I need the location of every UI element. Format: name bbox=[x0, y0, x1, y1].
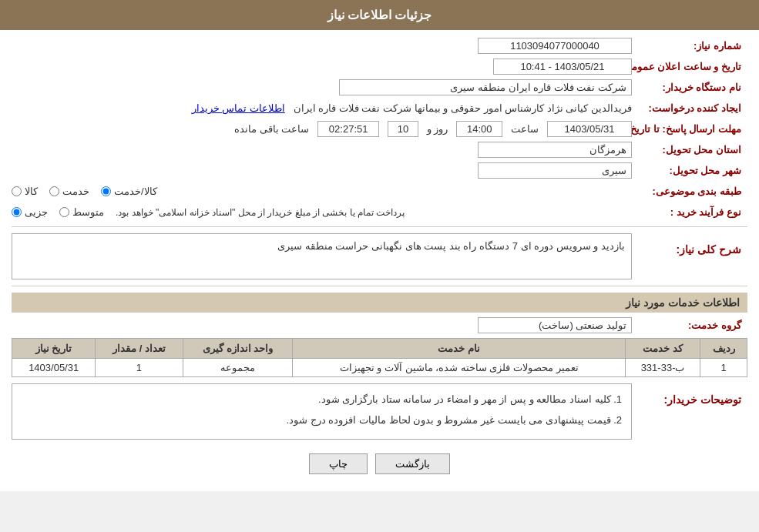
buyer-dept-row: نام دستگاه خریدار: شرکت نفت فلات قاره ای… bbox=[12, 79, 747, 95]
description-row: شرح کلی نیاز: بازدید و سرویس دوره ای 7 د… bbox=[12, 233, 747, 279]
service-group-label: گروه خدمت: bbox=[632, 317, 747, 333]
col-header-service-code: کد خدمت bbox=[625, 339, 700, 359]
services-table-body: 1 ب-33-331 تعمیر محصولات فلزی ساخته شده،… bbox=[12, 359, 747, 377]
description-value: بازدید و سرویس دوره ای 7 دستگاه راه بند … bbox=[12, 233, 632, 279]
purchase-type-row: نوع فرآیند خرید : پرداخت تمام یا بخشی از… bbox=[12, 204, 747, 220]
category-kala-khedmat-radio[interactable] bbox=[101, 186, 111, 196]
category-value: کالا/خدمت خدمت کالا bbox=[12, 186, 632, 197]
print-button[interactable]: چاپ bbox=[309, 453, 368, 474]
category-kala-khedmat-item[interactable]: کالا/خدمت bbox=[101, 186, 157, 197]
niaaz-number-value: 1103094077000040 bbox=[12, 38, 632, 54]
table-row: 1 ب-33-331 تعمیر محصولات فلزی ساخته شده،… bbox=[12, 359, 747, 377]
col-header-quantity: تعداد / مقدار bbox=[96, 339, 183, 359]
announce-row: تاریخ و ساعت اعلان عمومی: 1403/05/21 - 1… bbox=[12, 59, 747, 75]
buyer-dept-label: نام دستگاه خریدار: bbox=[632, 79, 747, 95]
button-row: بازگشت چاپ bbox=[12, 444, 747, 483]
buyer-notes-value: 1. کلیه اسناد مطالعه و پس از مهر و امضاء… bbox=[12, 383, 632, 440]
deadline-time: 14:00 bbox=[456, 121, 502, 137]
buyer-notes-row: توضیحات خریدار: 1. کلیه اسناد مطالعه و پ… bbox=[12, 383, 747, 440]
category-kala-radio[interactable] bbox=[12, 186, 22, 196]
province-input: هرمزگان bbox=[478, 142, 632, 158]
back-button[interactable]: بازگشت bbox=[375, 453, 450, 474]
city-value: سیری bbox=[12, 162, 632, 179]
creator-row: ایجاد کننده درخواست: فریدالدین کیانی نژا… bbox=[12, 100, 747, 116]
remaining-label: ساعت باقی مانده bbox=[234, 123, 309, 135]
services-table-header-row: ردیف کد خدمت نام خدمت واحد اندازه گیری ت… bbox=[12, 339, 747, 359]
deadline-label: مهلت ارسال پاسخ: تا تاریخ: bbox=[632, 121, 747, 137]
city-row: شهر محل تحویل: سیری bbox=[12, 162, 747, 179]
deadline-day: 10 bbox=[388, 121, 418, 137]
creator-name: فریدالدین کیانی نژاد کارشناس امور حقوقی … bbox=[294, 102, 632, 114]
niaaz-number-input: 1103094077000040 bbox=[478, 38, 632, 54]
announce-value: 1403/05/21 - 10:41 bbox=[12, 59, 632, 75]
cell-quantity: 1 bbox=[96, 359, 183, 377]
purchase-motavasset-label: متوسط bbox=[72, 206, 104, 218]
city-label: شهر محل تحویل: bbox=[632, 162, 747, 179]
content-area: شماره نیاز: 1103094077000040 تاریخ و ساع… bbox=[0, 30, 759, 491]
services-section-title: اطلاعات خدمات مورد نیاز bbox=[12, 293, 747, 313]
category-row: طبقه بندی موضوعی: کالا/خدمت خدمت کالا bbox=[12, 183, 747, 199]
deadline-remaining: 02:27:51 bbox=[317, 121, 379, 137]
divider-2 bbox=[12, 286, 747, 286]
province-row: استان محل تحویل: هرمزگان bbox=[12, 142, 747, 158]
cell-date: 1403/05/31 bbox=[12, 359, 96, 377]
niaaz-number-row: شماره نیاز: 1103094077000040 bbox=[12, 38, 747, 54]
col-header-row-num: ردیف bbox=[700, 339, 747, 359]
cell-row-num: 1 bbox=[700, 359, 747, 377]
description-label: شرح کلی نیاز: bbox=[632, 239, 747, 258]
cell-service-code: ب-33-331 bbox=[625, 359, 700, 377]
category-khedmat-item[interactable]: خدمت bbox=[49, 186, 89, 197]
category-radio-group: کالا/خدمت خدمت کالا bbox=[12, 186, 632, 197]
page-header: جزئیات اطلاعات نیاز bbox=[0, 0, 759, 30]
description-box: بازدید و سرویس دوره ای 7 دستگاه راه بند … bbox=[12, 233, 632, 279]
purchase-jozei-label: جزیی bbox=[25, 206, 48, 218]
services-table: ردیف کد خدمت نام خدمت واحد اندازه گیری ت… bbox=[12, 338, 747, 377]
cell-service-name: تعمیر محصولات فلزی ساخته شده، ماشین آلات… bbox=[293, 359, 625, 377]
day-label: روز و bbox=[427, 123, 448, 135]
deadline-value: 1403/05/31 ساعت 14:00 روز و 10 02:27:51 … bbox=[12, 121, 632, 137]
page-wrapper: جزئیات اطلاعات نیاز شماره نیاز: 11030940… bbox=[0, 0, 759, 491]
buyer-note-item: 1. کلیه اسناد مطالعه و پس از مهر و امضاء… bbox=[22, 390, 622, 408]
category-kala-label: کالا bbox=[25, 186, 38, 197]
service-group-input: تولید صنعتی (ساخت) bbox=[478, 317, 632, 333]
buyer-dept-input: شرکت نفت فلات قاره ایران منطقه سیری bbox=[339, 79, 632, 95]
announce-label: تاریخ و ساعت اعلان عمومی: bbox=[632, 59, 747, 75]
niaaz-number-label: شماره نیاز: bbox=[632, 38, 747, 54]
purchase-type-value: پرداخت تمام یا بخشی از مبلغ خریدار از مح… bbox=[12, 206, 632, 218]
deadline-date: 1403/05/31 bbox=[547, 121, 632, 137]
buyer-dept-value: شرکت نفت فلات قاره ایران منطقه سیری bbox=[12, 79, 632, 95]
city-input: سیری bbox=[478, 162, 632, 179]
services-table-header: ردیف کد خدمت نام خدمت واحد اندازه گیری ت… bbox=[12, 339, 747, 359]
category-khedmat-label: خدمت bbox=[62, 186, 89, 197]
buyer-notes-label: توضیحات خریدار: bbox=[632, 390, 747, 408]
col-header-service-name: نام خدمت bbox=[293, 339, 625, 359]
purchase-jozei-radio[interactable] bbox=[12, 207, 22, 217]
category-kala-khedmat-label: کالا/خدمت bbox=[114, 186, 157, 197]
deadline-row: مهلت ارسال پاسخ: تا تاریخ: 1403/05/31 سا… bbox=[12, 121, 747, 137]
purchase-type-label: نوع فرآیند خرید : bbox=[632, 204, 747, 220]
time-label: ساعت bbox=[511, 123, 539, 135]
purchase-motavasset-radio[interactable] bbox=[59, 207, 69, 217]
creator-value: فریدالدین کیانی نژاد کارشناس امور حقوقی … bbox=[12, 102, 632, 114]
service-group-value: تولید صنعتی (ساخت) bbox=[12, 317, 632, 333]
province-value: هرمزگان bbox=[12, 142, 632, 158]
category-kala-item[interactable]: کالا bbox=[12, 186, 38, 197]
col-header-date: تاریخ نیاز bbox=[12, 339, 96, 359]
purchase-note: پرداخت تمام یا بخشی از مبلغ خریدار از مح… bbox=[116, 207, 405, 218]
province-label: استان محل تحویل: bbox=[632, 142, 747, 158]
buyer-note-item: 2. قیمت پیشنهادی می بایست غیر مشروط و بد… bbox=[22, 411, 622, 429]
page-title: جزئیات اطلاعات نیاز bbox=[327, 8, 432, 22]
purchase-motavasset-item[interactable]: متوسط bbox=[59, 206, 104, 218]
creator-label: ایجاد کننده درخواست: bbox=[632, 100, 747, 116]
contact-link[interactable]: اطلاعات تماس خریدار bbox=[192, 102, 285, 114]
purchase-jozei-item[interactable]: جزیی bbox=[12, 206, 48, 218]
category-khedmat-radio[interactable] bbox=[49, 186, 59, 196]
service-group-row: گروه خدمت: تولید صنعتی (ساخت) bbox=[12, 317, 747, 333]
cell-unit: مجموعه bbox=[183, 359, 293, 377]
buyer-notes-box: 1. کلیه اسناد مطالعه و پس از مهر و امضاء… bbox=[12, 383, 632, 440]
col-header-unit: واحد اندازه گیری bbox=[183, 339, 293, 359]
category-label: طبقه بندی موضوعی: bbox=[632, 183, 747, 199]
announce-date-input: 1403/05/21 - 10:41 bbox=[493, 59, 632, 75]
divider-1 bbox=[12, 226, 747, 227]
